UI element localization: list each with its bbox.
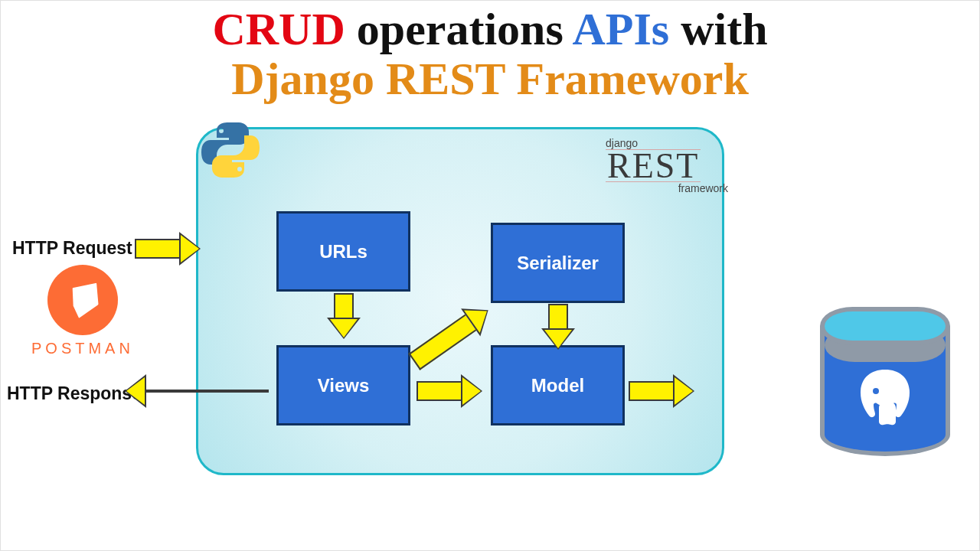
node-views: Views <box>276 345 410 425</box>
arrow-views-to-model <box>416 374 482 408</box>
http-response-label: HTTP Response <box>7 383 142 404</box>
postgresql-elephant-icon <box>847 360 923 437</box>
http-request-label: HTTP Request <box>12 238 132 259</box>
arrow-request-to-urls <box>135 232 201 266</box>
postman-label: POSTMAN <box>31 340 134 357</box>
title-word-operations: operations <box>345 4 573 54</box>
python-icon <box>200 119 261 181</box>
drf-logo: django REST framework <box>606 137 728 194</box>
arrow-views-to-response <box>125 374 269 408</box>
title-word-crud: CRUD <box>212 4 345 54</box>
title-word-apis: APIs <box>572 4 669 54</box>
node-model: Model <box>491 345 625 425</box>
node-urls: URLs <box>276 211 410 292</box>
title-subtitle: Django REST Framework <box>1 55 979 103</box>
postman-logo: POSTMAN <box>31 265 134 357</box>
postgresql-database-icon <box>820 307 950 468</box>
arrow-serializer-to-model <box>541 304 575 350</box>
drf-mid: REST <box>606 149 701 182</box>
node-serializer: Serializer <box>491 223 625 303</box>
arrow-model-to-database <box>629 374 694 408</box>
arrow-urls-to-views <box>327 293 361 339</box>
postman-icon <box>47 265 118 335</box>
svg-point-0 <box>873 388 879 394</box>
page-title: CRUD operations APIs with Django REST Fr… <box>1 1 979 103</box>
title-word-with: with <box>669 4 767 54</box>
